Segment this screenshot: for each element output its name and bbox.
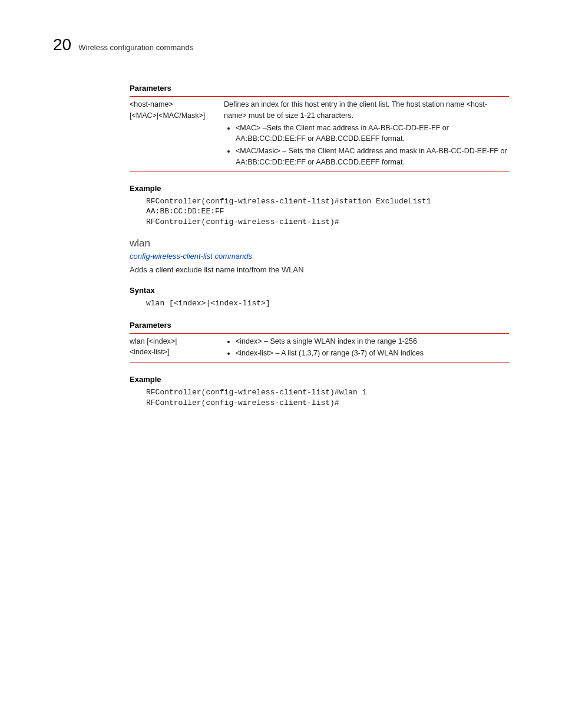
param-name-line: <index-list>] — [130, 347, 224, 358]
code-block: wlan [<index>|<index-list>] — [146, 298, 509, 309]
list-item: <MAC/Mask> – Sets the Client MAC address… — [236, 146, 509, 168]
syntax-heading: Syntax — [130, 286, 509, 295]
list-item: <index> – Sets a single WLAN index in th… — [236, 336, 509, 347]
param-bullet-list: <MAC> –Sets the Client mac address in AA… — [224, 123, 509, 168]
page-content: Parameters <host-name> [<MAC>|<MAC/Mask>… — [130, 84, 509, 408]
param-bullet-list: <index> – Sets a single WLAN index in th… — [224, 336, 509, 360]
code-block: RFController(config-wireless-client-list… — [146, 196, 509, 228]
param-name-line: wlan [<index>| — [130, 336, 224, 347]
example-heading: Example — [130, 184, 509, 193]
code-block: RFController(config-wireless-client-list… — [146, 387, 509, 408]
list-item: <index-list> – A list (1,3,7) or range (… — [236, 348, 509, 359]
table-row: <host-name> [<MAC>|<MAC/Mask>] Defines a… — [130, 97, 509, 172]
parameters-table: <host-name> [<MAC>|<MAC/Mask>] Defines a… — [130, 96, 509, 172]
wlan-description: Adds a client exclude list name into/fro… — [130, 265, 509, 274]
param-desc-cell: <index> – Sets a single WLAN index in th… — [224, 333, 509, 363]
parameters-table: wlan [<index>| <index-list>] <index> – S… — [130, 333, 509, 364]
param-name-cell: <host-name> [<MAC>|<MAC/Mask>] — [130, 97, 224, 172]
page-header: 20 Wireless configuration commands — [53, 35, 509, 54]
table-row: wlan [<index>| <index-list>] <index> – S… — [130, 333, 509, 363]
example-heading: Example — [130, 375, 509, 384]
wlan-heading: wlan — [130, 238, 509, 249]
param-desc-intro: Defines an index for this host entry in … — [224, 99, 509, 121]
parameters-heading: Parameters — [130, 321, 509, 330]
document-page: 20 Wireless configuration commands Param… — [0, 0, 562, 452]
chapter-title: Wireless configuration commands — [78, 43, 193, 52]
param-desc-cell: Defines an index for this host entry in … — [224, 97, 509, 172]
param-name-cell: wlan [<index>| <index-list>] — [130, 333, 224, 363]
list-item: <MAC> –Sets the Client mac address in AA… — [236, 123, 509, 145]
param-name-line: <host-name> — [130, 99, 224, 110]
param-name-line: [<MAC>|<MAC/Mask>] — [130, 110, 224, 121]
reference-link[interactable]: config-wireless-client-list commands — [130, 252, 509, 261]
chapter-number: 20 — [53, 35, 71, 54]
parameters-heading: Parameters — [130, 84, 509, 93]
